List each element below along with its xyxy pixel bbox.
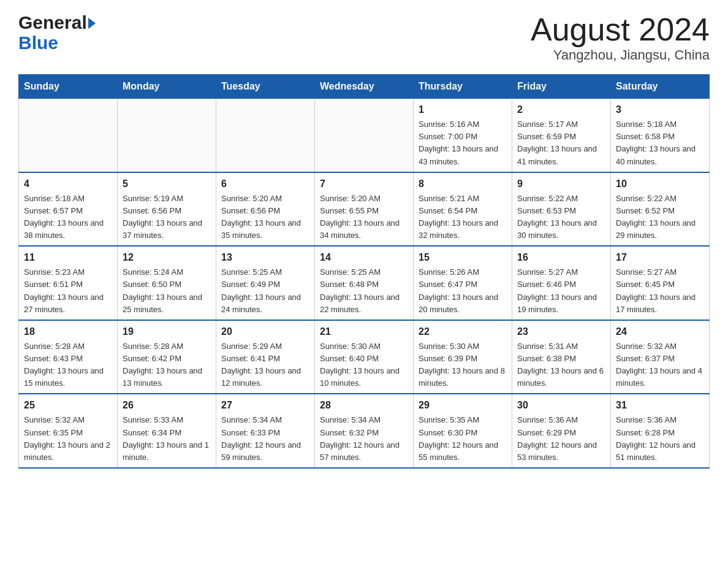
calendar-cell — [216, 99, 315, 172]
calendar-cell: 30Sunrise: 5:36 AM Sunset: 6:29 PM Dayli… — [512, 394, 611, 468]
calendar-title: August 2024 — [531, 12, 710, 47]
header-cell-thursday: Thursday — [414, 75, 512, 99]
calendar-title-block: August 2024 Yangzhou, Jiangsu, China — [531, 12, 710, 63]
day-info: Sunrise: 5:32 AM Sunset: 6:37 PM Dayligh… — [616, 340, 704, 390]
calendar-cell: 4Sunrise: 5:18 AM Sunset: 6:57 PM Daylig… — [19, 172, 118, 247]
calendar-body: 1Sunrise: 5:16 AM Sunset: 7:00 PM Daylig… — [19, 99, 710, 468]
day-info: Sunrise: 5:31 AM Sunset: 6:38 PM Dayligh… — [517, 340, 605, 390]
day-number: 12 — [123, 250, 211, 265]
calendar-cell: 1Sunrise: 5:16 AM Sunset: 7:00 PM Daylig… — [414, 99, 512, 172]
day-info: Sunrise: 5:19 AM Sunset: 6:56 PM Dayligh… — [123, 193, 211, 242]
calendar-cell: 8Sunrise: 5:21 AM Sunset: 6:54 PM Daylig… — [414, 172, 512, 247]
day-number: 23 — [517, 324, 605, 339]
logo-general-text: General — [18, 12, 87, 33]
day-info: Sunrise: 5:17 AM Sunset: 6:59 PM Dayligh… — [517, 118, 605, 168]
day-number: 6 — [221, 177, 309, 191]
calendar-cell — [118, 99, 216, 172]
calendar-cell: 22Sunrise: 5:30 AM Sunset: 6:39 PM Dayli… — [414, 320, 512, 394]
day-info: Sunrise: 5:20 AM Sunset: 6:55 PM Dayligh… — [320, 193, 408, 242]
calendar-subtitle: Yangzhou, Jiangsu, China — [531, 47, 710, 63]
day-number: 14 — [320, 250, 408, 265]
week-row-1: 1Sunrise: 5:16 AM Sunset: 7:00 PM Daylig… — [19, 99, 710, 172]
day-info: Sunrise: 5:35 AM Sunset: 6:30 PM Dayligh… — [419, 414, 507, 464]
day-info: Sunrise: 5:23 AM Sunset: 6:51 PM Dayligh… — [24, 266, 112, 316]
day-number: 9 — [517, 177, 605, 191]
week-row-5: 25Sunrise: 5:32 AM Sunset: 6:35 PM Dayli… — [19, 394, 710, 468]
calendar-cell: 25Sunrise: 5:32 AM Sunset: 6:35 PM Dayli… — [19, 394, 118, 468]
day-number: 5 — [123, 177, 211, 191]
calendar-cell — [19, 99, 118, 172]
calendar-cell: 5Sunrise: 5:19 AM Sunset: 6:56 PM Daylig… — [118, 172, 216, 247]
header-cell-monday: Monday — [118, 75, 216, 99]
day-info: Sunrise: 5:25 AM Sunset: 6:48 PM Dayligh… — [320, 266, 408, 316]
calendar-cell: 23Sunrise: 5:31 AM Sunset: 6:38 PM Dayli… — [512, 320, 611, 394]
calendar-cell: 2Sunrise: 5:17 AM Sunset: 6:59 PM Daylig… — [512, 99, 611, 172]
day-info: Sunrise: 5:36 AM Sunset: 6:29 PM Dayligh… — [517, 414, 605, 464]
day-info: Sunrise: 5:16 AM Sunset: 7:00 PM Dayligh… — [419, 118, 507, 168]
day-info: Sunrise: 5:30 AM Sunset: 6:39 PM Dayligh… — [419, 340, 507, 390]
logo-blue-text: Blue — [18, 33, 58, 53]
day-number: 13 — [221, 250, 309, 265]
day-info: Sunrise: 5:25 AM Sunset: 6:49 PM Dayligh… — [221, 266, 309, 316]
calendar-cell: 28Sunrise: 5:34 AM Sunset: 6:32 PM Dayli… — [315, 394, 414, 468]
day-number: 19 — [123, 324, 211, 339]
day-number: 24 — [616, 324, 704, 339]
calendar-cell: 11Sunrise: 5:23 AM Sunset: 6:51 PM Dayli… — [19, 246, 118, 320]
calendar-cell: 16Sunrise: 5:27 AM Sunset: 6:46 PM Dayli… — [512, 246, 611, 320]
day-number: 7 — [320, 177, 408, 191]
day-info: Sunrise: 5:29 AM Sunset: 6:41 PM Dayligh… — [221, 340, 309, 390]
day-info: Sunrise: 5:27 AM Sunset: 6:45 PM Dayligh… — [616, 266, 704, 316]
week-row-3: 11Sunrise: 5:23 AM Sunset: 6:51 PM Dayli… — [19, 246, 710, 320]
day-info: Sunrise: 5:33 AM Sunset: 6:34 PM Dayligh… — [123, 414, 211, 464]
calendar-cell: 17Sunrise: 5:27 AM Sunset: 6:45 PM Dayli… — [611, 246, 710, 320]
day-number: 30 — [517, 398, 605, 413]
calendar-cell: 21Sunrise: 5:30 AM Sunset: 6:40 PM Dayli… — [315, 320, 414, 394]
day-number: 18 — [24, 324, 112, 339]
day-info: Sunrise: 5:26 AM Sunset: 6:47 PM Dayligh… — [419, 266, 507, 316]
day-info: Sunrise: 5:21 AM Sunset: 6:54 PM Dayligh… — [419, 193, 507, 242]
day-number: 16 — [517, 250, 605, 265]
calendar-cell: 26Sunrise: 5:33 AM Sunset: 6:34 PM Dayli… — [118, 394, 216, 468]
calendar-cell: 13Sunrise: 5:25 AM Sunset: 6:49 PM Dayli… — [216, 246, 315, 320]
day-info: Sunrise: 5:18 AM Sunset: 6:57 PM Dayligh… — [24, 193, 112, 242]
calendar-cell: 20Sunrise: 5:29 AM Sunset: 6:41 PM Dayli… — [216, 320, 315, 394]
day-number: 8 — [419, 177, 507, 191]
day-number: 1 — [419, 102, 507, 117]
header-cell-wednesday: Wednesday — [315, 75, 414, 99]
day-info: Sunrise: 5:20 AM Sunset: 6:56 PM Dayligh… — [221, 193, 309, 242]
day-number: 31 — [616, 398, 704, 413]
calendar-cell: 18Sunrise: 5:28 AM Sunset: 6:43 PM Dayli… — [19, 320, 118, 394]
day-info: Sunrise: 5:22 AM Sunset: 6:53 PM Dayligh… — [517, 193, 605, 242]
day-number: 3 — [616, 102, 704, 117]
day-number: 20 — [221, 324, 309, 339]
page-header: General Blue August 2024 Yangzhou, Jiang… — [18, 12, 710, 63]
calendar-cell: 19Sunrise: 5:28 AM Sunset: 6:42 PM Dayli… — [118, 320, 216, 394]
day-number: 17 — [616, 250, 704, 265]
calendar-cell: 24Sunrise: 5:32 AM Sunset: 6:37 PM Dayli… — [611, 320, 710, 394]
day-info: Sunrise: 5:22 AM Sunset: 6:52 PM Dayligh… — [616, 193, 704, 242]
logo: General Blue — [18, 12, 96, 53]
header-cell-sunday: Sunday — [19, 75, 118, 99]
day-number: 10 — [616, 177, 704, 191]
week-row-2: 4Sunrise: 5:18 AM Sunset: 6:57 PM Daylig… — [19, 172, 710, 247]
calendar-cell: 29Sunrise: 5:35 AM Sunset: 6:30 PM Dayli… — [414, 394, 512, 468]
day-info: Sunrise: 5:36 AM Sunset: 6:28 PM Dayligh… — [616, 414, 704, 464]
calendar-cell: 12Sunrise: 5:24 AM Sunset: 6:50 PM Dayli… — [118, 246, 216, 320]
day-info: Sunrise: 5:24 AM Sunset: 6:50 PM Dayligh… — [123, 266, 211, 316]
day-info: Sunrise: 5:28 AM Sunset: 6:42 PM Dayligh… — [123, 340, 211, 390]
day-info: Sunrise: 5:18 AM Sunset: 6:58 PM Dayligh… — [616, 118, 704, 168]
day-number: 28 — [320, 398, 408, 413]
day-number: 25 — [24, 398, 112, 413]
logo-arrow-icon — [88, 18, 96, 29]
calendar-header: SundayMondayTuesdayWednesdayThursdayFrid… — [19, 75, 710, 99]
calendar-cell: 6Sunrise: 5:20 AM Sunset: 6:56 PM Daylig… — [216, 172, 315, 247]
day-number: 22 — [419, 324, 507, 339]
day-number: 15 — [419, 250, 507, 265]
day-info: Sunrise: 5:34 AM Sunset: 6:32 PM Dayligh… — [320, 414, 408, 464]
day-number: 2 — [517, 102, 605, 117]
day-number: 21 — [320, 324, 408, 339]
day-number: 26 — [123, 398, 211, 413]
header-cell-tuesday: Tuesday — [216, 75, 315, 99]
header-cell-friday: Friday — [512, 75, 611, 99]
day-info: Sunrise: 5:27 AM Sunset: 6:46 PM Dayligh… — [517, 266, 605, 316]
